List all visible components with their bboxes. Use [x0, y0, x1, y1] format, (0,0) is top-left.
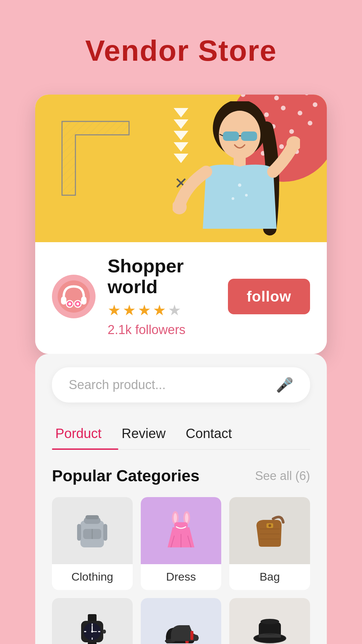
tabs-row: Porduct Review Contact	[52, 419, 310, 450]
star-5: ★	[168, 302, 181, 319]
popular-categories-header: Popular Categories See all (6)	[52, 467, 310, 485]
category-card-clothing[interactable]: Clothing	[52, 497, 133, 590]
category-img-electronics	[52, 598, 133, 644]
page-title: Vendor Store	[85, 34, 277, 68]
search-bar[interactable]: Search product... 🎤	[52, 367, 310, 402]
svg-point-3	[274, 96, 279, 100]
star-4: ★	[153, 302, 166, 319]
section-title: Popular Categories	[52, 467, 199, 485]
category-img-accessories	[141, 598, 222, 644]
category-label-dress: Dress	[166, 564, 196, 590]
store-name: Shopper world	[108, 256, 216, 297]
category-img-bag	[229, 497, 310, 564]
star-2: ★	[123, 302, 136, 319]
svg-point-1	[241, 95, 245, 97]
star-3: ★	[138, 302, 151, 319]
category-label-clothing: Clothing	[71, 564, 113, 590]
svg-point-11	[313, 102, 317, 107]
category-card-fashion[interactable]: Fashion	[229, 598, 310, 644]
svg-rect-34	[61, 297, 66, 305]
svg-rect-45	[77, 524, 81, 541]
profile-section: Shopper world ★ ★ ★ ★ ★ 2.1k followers f…	[35, 242, 327, 354]
category-card-accessories[interactable]: Accessories	[141, 598, 222, 644]
svg-rect-76	[259, 634, 281, 638]
svg-rect-23	[223, 131, 239, 141]
svg-rect-35	[81, 297, 86, 305]
category-img-clothing	[52, 497, 133, 564]
store-card: ✕	[35, 95, 327, 354]
svg-rect-60	[88, 614, 97, 622]
svg-point-70	[91, 631, 93, 633]
svg-rect-24	[241, 131, 257, 141]
svg-point-49	[174, 513, 177, 523]
svg-point-33	[58, 280, 90, 313]
svg-point-28	[173, 200, 187, 214]
category-card-dress[interactable]: Dress	[141, 497, 222, 590]
svg-point-30	[238, 183, 241, 187]
svg-point-5	[304, 95, 309, 95]
svg-point-31	[245, 194, 248, 197]
category-card-bag[interactable]: Bag	[229, 497, 310, 590]
star-1: ★	[108, 302, 121, 319]
category-img-fashion	[229, 598, 310, 644]
svg-point-59	[268, 524, 271, 527]
svg-rect-74	[190, 631, 193, 640]
svg-point-78	[260, 619, 279, 624]
svg-rect-42	[85, 515, 99, 519]
followers-count: 2.1k followers	[108, 323, 216, 337]
follow-button[interactable]: follow	[228, 279, 310, 314]
category-card-electronics[interactable]: Electronics	[52, 598, 133, 644]
see-all-button[interactable]: See all (6)	[255, 469, 310, 483]
store-info: Shopper world ★ ★ ★ ★ ★ 2.1k followers	[108, 256, 216, 337]
mic-icon[interactable]: 🎤	[276, 377, 293, 393]
tab-product[interactable]: Porduct	[52, 419, 118, 449]
svg-point-16	[308, 121, 312, 125]
svg-point-37	[68, 303, 71, 305]
search-placeholder: Search product...	[69, 378, 166, 392]
svg-rect-71	[103, 630, 106, 634]
category-img-dress	[141, 497, 222, 564]
tab-review[interactable]: Review	[118, 419, 182, 449]
tab-contact[interactable]: Contact	[182, 419, 249, 449]
avatar	[52, 275, 96, 318]
category-label-bag: Bag	[259, 564, 280, 590]
category-grid: Clothing	[52, 497, 310, 644]
banner-girl-illustration	[173, 101, 300, 242]
svg-rect-46	[103, 524, 107, 541]
diagonal-lines-decoration	[55, 115, 142, 202]
store-banner: ✕	[35, 95, 327, 242]
svg-point-39	[76, 303, 79, 305]
lower-section: Search product... 🎤 Porduct Review Conta…	[35, 354, 327, 644]
svg-point-32	[232, 197, 234, 200]
svg-point-50	[185, 513, 188, 523]
rating-stars: ★ ★ ★ ★ ★	[108, 302, 216, 319]
